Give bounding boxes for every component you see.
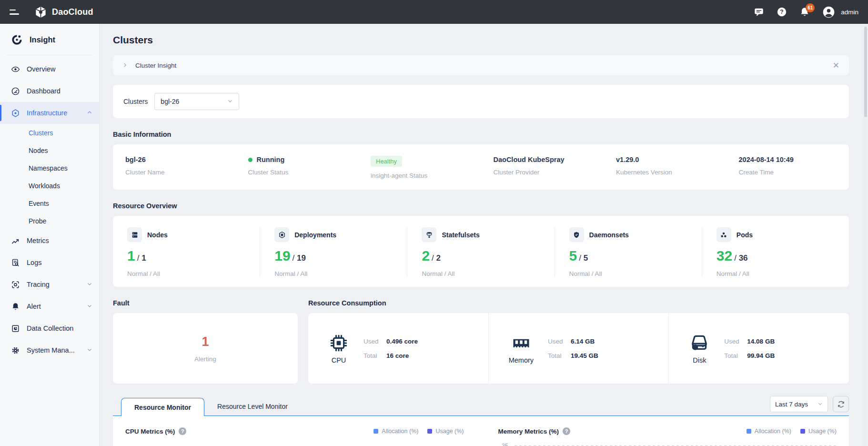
chevron-down-icon bbox=[87, 346, 92, 354]
logs-icon bbox=[11, 258, 20, 267]
used-label: Used bbox=[548, 338, 564, 345]
cluster-provider-field: DaoCloud KubeSpray Cluster Provider bbox=[481, 156, 604, 179]
cluster-status-field: Running Cluster Status bbox=[236, 156, 359, 179]
sidebar-item-label: Events bbox=[29, 200, 49, 207]
nodes-icon bbox=[127, 227, 142, 242]
stat-pods: Pods 3236 Normal / All bbox=[702, 227, 849, 277]
bell-icon[interactable]: 61 bbox=[799, 7, 810, 17]
memory-chart-legend: Allocation (%) Usage (%) bbox=[747, 428, 837, 435]
svg-text:?: ? bbox=[780, 9, 784, 15]
disk-total-value: 99.94 GB bbox=[747, 352, 775, 359]
alert-bell-icon bbox=[11, 302, 20, 311]
help-circle-icon[interactable]: ? bbox=[563, 427, 570, 435]
stat-name: Nodes bbox=[147, 231, 168, 239]
sidebar-item-label: Metrics bbox=[27, 237, 49, 244]
daocloud-logo-icon bbox=[34, 6, 47, 19]
monitor-tabs: Resource Monitor Resource Level Monitor … bbox=[113, 396, 849, 416]
sidebar-product: Insight bbox=[0, 24, 99, 55]
create-time-field: 2024-08-14 10:49 Create Time bbox=[727, 156, 849, 179]
sidebar-item-probe[interactable]: Probe bbox=[0, 212, 99, 230]
memory-chart-canvas[interactable] bbox=[515, 444, 837, 446]
sidebar-item-label: Probe bbox=[29, 217, 46, 225]
gear-icon bbox=[11, 346, 20, 355]
resource-consumption-card: CPU Used0.496 core Total16 core Memory U… bbox=[308, 313, 849, 384]
chat-icon[interactable] bbox=[754, 7, 764, 17]
cluster-insight-banner[interactable]: Cluster Insight ✕ bbox=[113, 55, 849, 75]
status-dot bbox=[248, 158, 252, 162]
memory-consumption: Memory Used6.14 GB Total19.45 GB bbox=[488, 313, 669, 384]
sidebar-item-nodes[interactable]: Nodes bbox=[0, 142, 99, 159]
field-label: Cluster Provider bbox=[494, 169, 604, 176]
tab-resource-monitor[interactable]: Resource Monitor bbox=[121, 398, 204, 416]
stat-all-count: 1 bbox=[137, 253, 146, 263]
sidebar-item-system-management[interactable]: System Mana... bbox=[0, 339, 99, 361]
disk-consumption: Disk Used14.08 GB Total99.94 GB bbox=[668, 313, 849, 384]
cpu-used-value: 0.496 core bbox=[386, 338, 418, 345]
memory-total-value: 19.45 GB bbox=[571, 352, 598, 359]
cpu-chart-plot-area: 252015105 bbox=[125, 444, 464, 446]
sidebar-item-dashboard[interactable]: Dashboard bbox=[0, 80, 99, 102]
avatar[interactable] bbox=[822, 6, 835, 19]
chevron-right-icon[interactable] bbox=[122, 61, 128, 70]
usage-swatch bbox=[800, 429, 805, 434]
sidebar-item-tracing[interactable]: Tracing bbox=[0, 274, 99, 295]
username: admin bbox=[841, 9, 858, 16]
tab-resource-level-monitor[interactable]: Resource Level Monitor bbox=[204, 397, 301, 416]
sidebar-item-label: Data Collection bbox=[27, 324, 73, 332]
sidebar-item-overview[interactable]: Overview bbox=[0, 58, 99, 80]
sidebar-item-logs[interactable]: Logs bbox=[0, 252, 99, 274]
sidebar-item-label: Namespaces bbox=[29, 164, 68, 172]
stat-normal-count: 32 bbox=[717, 248, 732, 264]
sidebar: Insight Overview Dashboard Infrastructur… bbox=[0, 24, 100, 446]
sidebar-item-namespaces[interactable]: Namespaces bbox=[0, 159, 99, 177]
infrastructure-icon bbox=[11, 109, 20, 118]
create-time-value: 2024-08-14 10:49 bbox=[739, 156, 849, 163]
gauge-icon bbox=[11, 87, 20, 96]
cpu-chart-title: CPU Metrics (%) bbox=[125, 428, 175, 435]
stat-normal-count: 2 bbox=[422, 248, 430, 264]
sidebar-item-workloads[interactable]: Workloads bbox=[0, 177, 99, 194]
sidebar-item-alert[interactable]: Alert bbox=[0, 295, 99, 317]
sidebar-item-data-collection[interactable]: Data Collection bbox=[0, 317, 99, 339]
sidebar-item-label: Logs bbox=[27, 259, 41, 266]
sidebar-item-label: Dashboard bbox=[27, 87, 61, 95]
kubernetes-version-field: v1.29.0 Kubernetes Version bbox=[604, 156, 727, 179]
sidebar-item-label: Infrastructure bbox=[27, 109, 67, 117]
basic-information-card: bgl-26 Cluster Name Running Cluster Stat… bbox=[113, 144, 849, 190]
refresh-button[interactable] bbox=[833, 396, 849, 412]
help-circle-icon[interactable]: ? bbox=[179, 427, 186, 435]
sidebar-item-infrastructure[interactable]: Infrastructure bbox=[0, 102, 99, 124]
time-range-select[interactable]: Last 7 days bbox=[770, 396, 828, 412]
scrollbar-thumb[interactable] bbox=[864, 27, 867, 117]
sidebar-item-metrics[interactable]: Metrics bbox=[0, 230, 99, 252]
daocloud-logo: DaoCloud bbox=[34, 6, 93, 19]
legend-label[interactable]: Usage (%) bbox=[808, 428, 837, 435]
allocation-swatch bbox=[747, 429, 751, 434]
field-label: Create Time bbox=[739, 169, 849, 176]
stat-normal-count: 19 bbox=[274, 248, 290, 264]
close-icon[interactable]: ✕ bbox=[833, 61, 839, 70]
chevron-down-icon bbox=[87, 281, 92, 288]
legend-label[interactable]: Usage (%) bbox=[435, 428, 464, 435]
sidebar-item-clusters[interactable]: Clusters bbox=[0, 124, 99, 142]
tracing-icon bbox=[11, 280, 20, 289]
legend-label[interactable]: Allocation (%) bbox=[382, 428, 418, 435]
vertical-scrollbar[interactable] bbox=[864, 25, 868, 446]
y-axis-ticks: 3530252015105 bbox=[498, 444, 512, 446]
sidebar-item-events[interactable]: Events bbox=[0, 194, 99, 212]
cpu-total-value: 16 core bbox=[386, 352, 409, 359]
cpu-chart-canvas[interactable] bbox=[141, 444, 464, 446]
sidebar-product-label: Insight bbox=[30, 35, 55, 44]
stat-caption: Normal / All bbox=[127, 270, 260, 277]
cluster-status-value: Running bbox=[257, 156, 285, 163]
resource-overview-card: Nodes 11 Normal / All Deployments 1919 N… bbox=[113, 216, 849, 287]
total-label: Total bbox=[363, 352, 380, 359]
cluster-select[interactable]: bgl-26 bbox=[154, 93, 239, 110]
stat-all-count: 2 bbox=[432, 253, 441, 263]
divider bbox=[7, 55, 92, 55]
legend-label[interactable]: Allocation (%) bbox=[755, 428, 791, 435]
help-icon[interactable]: ? bbox=[777, 7, 787, 17]
disk-icon bbox=[689, 333, 710, 354]
hamburger-menu-icon[interactable] bbox=[0, 0, 26, 24]
y-axis-ticks: 252015105 bbox=[125, 444, 139, 446]
